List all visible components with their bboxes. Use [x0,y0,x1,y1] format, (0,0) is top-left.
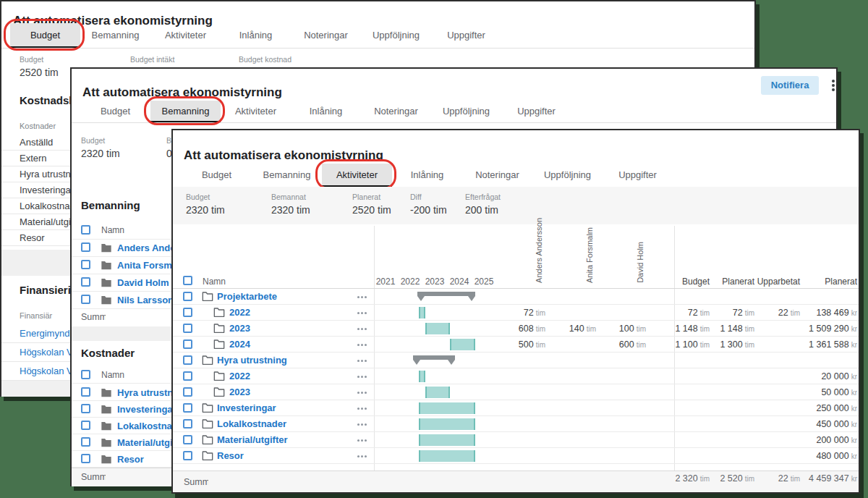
row-checkbox[interactable] [81,260,90,269]
tab-uppfoljning[interactable]: Uppföljning [361,23,431,48]
gantt-summary-bar[interactable] [413,355,455,360]
value-number: 480 000 [816,451,848,461]
tab-inlaning[interactable]: Inlåning [392,164,462,187]
row-checkbox[interactable] [183,419,192,429]
value-cell-david: 600tim [595,337,646,353]
row-menu-icon[interactable] [361,455,363,457]
select-all-checkbox[interactable] [183,276,192,285]
tab-noteringar[interactable]: Noteringar [291,23,361,48]
row-name-link[interactable]: Nils Larsson [117,292,174,309]
row-checkbox[interactable] [81,404,90,413]
gantt-task-bar[interactable] [450,339,475,350]
row-menu-icon[interactable] [361,296,363,298]
tab-budget[interactable]: Budget [182,164,252,187]
value-number: 1 509 290 [809,324,849,334]
activity-name-link[interactable]: Hyra utrustning [217,353,287,368]
row-name-link[interactable]: David Holm [117,274,169,292]
more-options-icon[interactable] [832,84,835,87]
tab-inlaning[interactable]: Inlåning [221,23,291,48]
row-checkbox[interactable] [183,292,192,301]
row-menu-icon[interactable] [361,328,363,330]
activity-name-link[interactable]: 2024 [229,337,250,353]
activity-name-link[interactable]: Investeringar [217,400,276,416]
row-checkbox[interactable] [183,308,192,317]
row-checkbox[interactable] [81,242,90,252]
row-menu-icon[interactable] [361,376,363,378]
summary-label: Budget intäkt [130,55,174,64]
activity-name-link[interactable]: 2023 [229,384,250,400]
row-checkbox[interactable] [183,435,192,444]
tab-aktiviteter[interactable]: Aktiviteter [221,101,291,122]
row-checkbox[interactable] [183,324,192,333]
row-checkbox[interactable] [183,355,192,365]
activity-name-link[interactable]: Projektarbete [217,289,277,305]
gantt-summary-bar[interactable] [417,292,475,296]
tab-aktiviteter[interactable]: Aktiviteter [150,23,221,48]
tab-bemanning[interactable]: Bemanning [80,23,150,48]
row-checkbox[interactable] [81,421,90,430]
row-checkbox[interactable] [81,295,90,304]
value-unit: kr [851,421,857,429]
row-checkbox[interactable] [183,371,192,381]
column-label-kostnader: Kostnader [20,122,56,130]
tab-uppfoljning[interactable]: Uppföljning [431,101,501,122]
value-cell-planerat_kr: 200 000kr [785,432,857,449]
gantt-task-bar[interactable] [419,307,425,318]
activity-name-link[interactable]: Resor [217,448,244,464]
row-checkbox[interactable] [81,277,90,287]
tab-uppgifter[interactable]: Uppgifter [501,101,571,122]
row-name-link[interactable]: Resor [117,451,144,468]
value-cell-planerat: 1 148tim [704,321,754,337]
row-checkbox[interactable] [81,387,90,397]
tab-uppfoljning[interactable]: Uppföljning [532,164,603,187]
activity-name-link[interactable]: 2023 [229,321,250,337]
tab-uppgifter[interactable]: Uppgifter [603,164,673,187]
activity-name-link[interactable]: 2022 [229,305,250,321]
row-checkbox[interactable] [183,403,192,413]
activity-name-link[interactable]: Material/utgifter [217,432,288,448]
row-checkbox[interactable] [183,387,192,397]
gantt-task-bar[interactable] [419,450,475,462]
row-menu-icon[interactable] [361,344,363,346]
summary-field-diff: Diff-200 tim [410,193,447,216]
select-all-checkbox[interactable] [81,225,90,235]
summary-label: Bemannat [271,193,310,201]
tab-inlaning[interactable]: Inlåning [291,101,361,122]
notify-button[interactable]: Notifiera [761,76,819,95]
activity-name-link[interactable]: Lokalkostnader [217,416,286,432]
tab-budget[interactable]: Budget [80,101,150,122]
gantt-task-bar[interactable] [419,371,425,382]
row-checkbox[interactable] [183,451,192,460]
value-cell-anders: 608tim [495,321,545,337]
gantt-task-bar[interactable] [425,387,450,398]
row-menu-icon[interactable] [361,423,363,426]
row-checkbox[interactable] [81,454,90,463]
row-menu-icon[interactable] [361,312,363,314]
row-menu-icon[interactable] [361,439,363,442]
tab-noteringar[interactable]: Noteringar [361,101,431,122]
row-name-link[interactable]: Investeringar [117,401,176,418]
summary-value: -200 tim [410,204,447,216]
tab-uppgifter[interactable]: Uppgifter [431,23,501,48]
folder-icon [213,371,225,381]
gantt-task-bar[interactable] [419,418,475,430]
gantt-task-bar[interactable] [425,323,450,334]
activity-name-link[interactable]: 2022 [229,368,250,384]
value-cell-planerat_kr: 50 000kr [785,384,857,401]
folder-icon [202,418,213,429]
select-all-checkbox[interactable] [81,370,90,379]
gantt-task-bar[interactable] [419,434,475,446]
row-menu-icon[interactable] [361,392,363,394]
value-cell-planerat_kr: 480 000kr [785,448,857,465]
folder-icon [202,355,213,365]
row-checkbox[interactable] [183,339,192,349]
row-menu-icon[interactable] [361,360,363,362]
folder-icon [101,295,112,305]
tab-noteringar[interactable]: Noteringar [462,164,532,187]
gantt-task-bar[interactable] [419,402,475,414]
row-menu-icon[interactable] [361,408,363,410]
tab-bemanning[interactable]: Bemanning [252,164,322,187]
resource-column-header: Anita Forsmalm [585,227,594,283]
row-checkbox[interactable] [81,437,90,447]
folder-icon [101,454,112,464]
